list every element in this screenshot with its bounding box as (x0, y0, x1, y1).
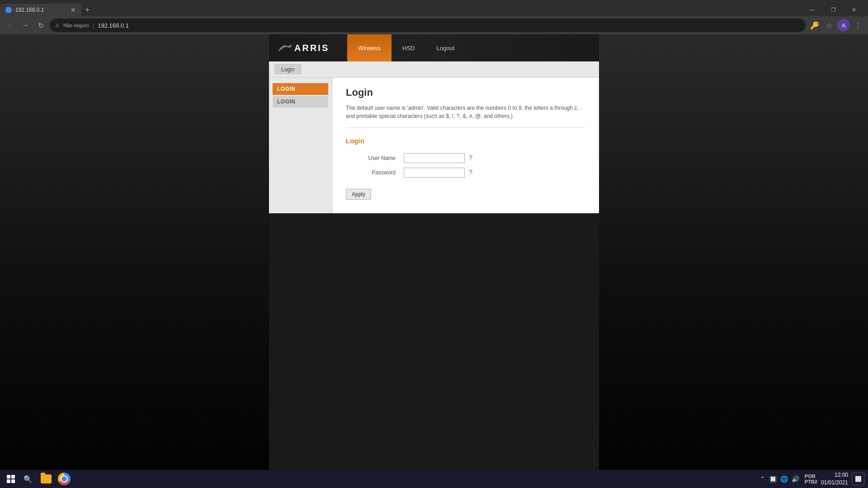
window-controls: — ❐ ✕ (802, 4, 868, 16)
profile-button[interactable]: A (837, 19, 850, 32)
security-icon: ⚠ (55, 23, 60, 28)
network-icon[interactable]: 🌐 (780, 475, 788, 483)
password-row: Password ? (346, 165, 476, 180)
more-button[interactable]: ⋮ (852, 19, 864, 32)
main-content: LOGIN LOGIN Login The default user name … (269, 78, 599, 213)
router-container: ARRIS Wireless HSD Logout Login LOGIN LO… (269, 34, 599, 488)
address-separator: | (93, 22, 94, 29)
chrome-icon (58, 473, 71, 485)
page-title: Login (346, 87, 585, 99)
breadcrumb-bar: Login (269, 61, 599, 78)
locale-label: PORPTB2 (805, 474, 817, 484)
tab-title: 192.168.0.1 (15, 7, 44, 13)
username-label: User Name (346, 151, 400, 165)
taskbar-clock-area: PORPTB2 12:00 01/01/2021 ⬜ (805, 471, 864, 487)
search-icon: 🔍 (24, 475, 33, 483)
notification-button[interactable]: ⬜ (852, 473, 864, 485)
browser-tab[interactable]: 192.168.0.1 ✕ (0, 4, 81, 16)
page-description: The default user name is 'admin'. Valid … (346, 104, 585, 128)
new-tab-button[interactable]: + (81, 5, 94, 15)
clock-date: 01/01/2021 (821, 479, 848, 487)
star-icon[interactable]: ☆ (823, 19, 835, 32)
volume-icon[interactable]: 🔊 (792, 475, 799, 483)
address-bar[interactable]: ⚠ Não seguro | 192.168.0.1 (50, 19, 806, 32)
start-button[interactable] (4, 472, 18, 486)
files-icon (41, 474, 52, 483)
forward-button[interactable]: → (19, 19, 32, 32)
tab-favicon (5, 7, 12, 13)
password-input[interactable] (404, 168, 465, 178)
toolbar-right: 🔑 ☆ A ⋮ (808, 19, 864, 32)
taskbar-clock[interactable]: 12:00 01/01/2021 (821, 471, 848, 487)
nav-tab-hsd[interactable]: HSD (392, 34, 425, 61)
username-help-icon[interactable]: ? (469, 154, 472, 161)
section-title: Login (346, 137, 585, 145)
nav-tab-logout[interactable]: Logout (426, 34, 466, 61)
system-tray-icons: ⌃ 🔲 🌐 🔊 (760, 475, 799, 483)
sidebar-item-login-active[interactable]: LOGIN (273, 83, 328, 95)
arris-logo: ARRIS (269, 43, 338, 53)
clock-time: 12:00 (821, 471, 848, 479)
back-button[interactable]: ← (4, 19, 16, 32)
taskbar-files[interactable] (38, 471, 54, 487)
router-content: Login LOGIN LOGIN Login The default user… (269, 61, 599, 213)
router-header: ARRIS Wireless HSD Logout (269, 34, 599, 61)
key-icon[interactable]: 🔑 (808, 19, 821, 32)
browser-chrome: 192.168.0.1 ✕ + — ❐ ✕ ← → ↻ ⚠ Não seguro… (0, 0, 868, 34)
username-row: User Name ? (346, 151, 476, 165)
form-content: Login The default user name is 'admin'. … (332, 78, 599, 213)
url-text: 192.168.0.1 (98, 22, 129, 29)
taskbar-chrome[interactable] (56, 471, 72, 487)
taskbar: 🔍 ⌃ 🔲 🌐 🔊 PORPTB2 12:00 01/01/2021 ⬜ (0, 470, 868, 488)
tab-close-button[interactable]: ✕ (71, 6, 76, 14)
security-label: Não seguro (63, 23, 89, 28)
arris-bird-icon (278, 43, 292, 52)
username-input[interactable] (404, 153, 465, 163)
minimize-button[interactable]: — (802, 4, 823, 16)
login-form-table: User Name ? Password ? (346, 151, 476, 180)
password-help-icon[interactable]: ? (469, 169, 472, 176)
breadcrumb-tab[interactable]: Login (274, 64, 301, 75)
sidebar: LOGIN LOGIN (269, 78, 332, 213)
page-background: ARRIS Wireless HSD Logout Login LOGIN LO… (0, 34, 868, 488)
nav-tab-wireless[interactable]: Wireless (347, 34, 392, 61)
taskbar-right: ⌃ 🔲 🌐 🔊 PORPTB2 12:00 01/01/2021 ⬜ (760, 471, 864, 487)
router-nav-tabs: Wireless HSD Logout (347, 34, 465, 61)
taskbar-search[interactable]: 🔍 (20, 471, 36, 487)
close-button[interactable]: ✕ (844, 4, 864, 16)
tab-bar: 192.168.0.1 ✕ + — ❐ ✕ (0, 0, 868, 16)
notification-icon: ⬜ (855, 476, 862, 482)
apply-button[interactable]: Apply (346, 189, 371, 200)
arris-logo-text: ARRIS (294, 43, 329, 53)
restore-button[interactable]: ❐ (823, 4, 844, 16)
reload-button[interactable]: ↻ (34, 19, 47, 32)
chevron-up-icon[interactable]: ⌃ (760, 475, 765, 483)
password-label: Password (346, 165, 400, 180)
windows-icon (7, 475, 15, 483)
battery-icon: 🔲 (769, 475, 777, 483)
address-bar-row: ← → ↻ ⚠ Não seguro | 192.168.0.1 🔑 ☆ A ⋮ (0, 16, 868, 34)
sidebar-item-login[interactable]: LOGIN (273, 96, 328, 108)
